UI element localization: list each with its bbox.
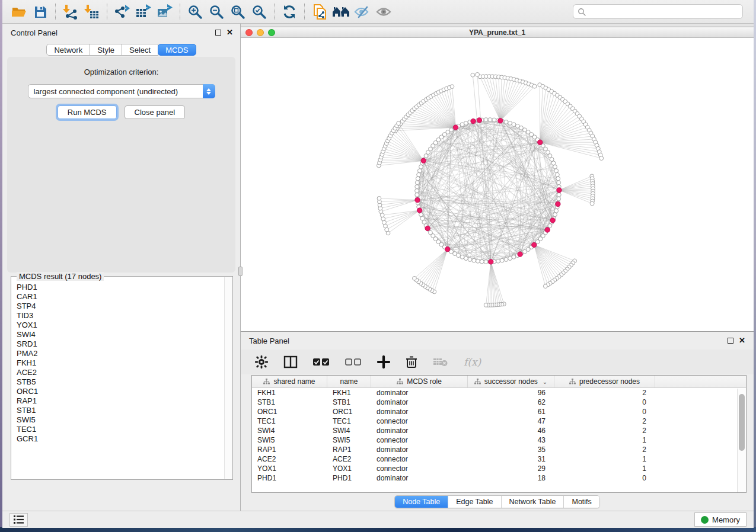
mcds-hub-node[interactable] [453,125,458,130]
mcds-result-item[interactable]: PHD1 [17,283,223,292]
zoom-fit-icon[interactable] [227,2,248,21]
search-box[interactable] [573,4,743,19]
ring-node[interactable] [419,213,423,217]
ring-node[interactable] [460,255,464,259]
ring-node[interactable] [504,120,508,124]
leaf-node[interactable] [471,73,475,77]
network-canvas[interactable] [241,38,754,331]
mcds-result-item[interactable]: STB5 [17,377,223,387]
sort-indicator-icon[interactable]: ⌄ [543,379,547,385]
ring-node[interactable] [464,257,468,261]
close-panel-icon[interactable]: ✕ [227,30,233,36]
table-row[interactable]: ORC1ORC1dominator610 [252,407,746,416]
mcds-hub-node[interactable] [477,118,481,123]
float-panel-icon[interactable] [215,30,221,36]
tab-motifs[interactable]: Motifs [563,496,599,508]
tab-edge-table[interactable]: Edge Table [448,496,500,508]
ring-node[interactable] [492,118,496,122]
import-network-icon[interactable] [60,2,81,21]
mcds-result-item[interactable]: STP4 [17,302,223,311]
close-table-panel-icon[interactable]: ✕ [739,338,745,344]
table-row[interactable]: TEC1TEC1connector472 [252,416,746,426]
ring-node[interactable] [553,165,557,169]
panel-splitter-handle[interactable] [238,267,243,276]
add-column-icon[interactable] [377,355,390,368]
ring-node[interactable] [417,172,421,177]
leaf-node[interactable] [599,156,604,161]
ring-node[interactable] [415,181,419,185]
tab-mcds[interactable]: MCDS [158,44,196,56]
mcds-hub-node[interactable] [556,201,560,206]
mcds-result-item[interactable]: TID3 [17,311,223,321]
mcds-result-list[interactable]: PHD1CAR1STP4TID3YOX1SWI4SRD1PMA2FKH1ACE2… [17,283,223,444]
column-header-successor-nodes[interactable]: successor nodes⌄ [468,376,554,387]
table-row[interactable]: SWI4SWI4dominator462 [252,426,746,435]
optimization-criterion-select[interactable]: largest connected component (undirected) [28,84,215,98]
mcds-hub-node[interactable] [417,208,422,213]
float-table-panel-icon[interactable] [728,338,733,344]
column-header-predecessor-nodes[interactable]: predecessor nodes [554,376,655,387]
select-all-rows-icon[interactable] [313,358,330,366]
ring-node[interactable] [488,118,492,122]
mcds-result-item[interactable]: CAR1 [17,292,223,302]
ring-node[interactable] [557,197,561,201]
mcds-result-item[interactable]: FKH1 [17,358,223,368]
mcds-result-item[interactable]: YOX1 [17,321,223,330]
tab-style[interactable]: Style [90,44,122,56]
ring-node[interactable] [500,258,504,262]
mcds-result-item[interactable]: ACE2 [17,368,223,377]
mcds-hub-node[interactable] [445,246,449,251]
ring-node[interactable] [464,121,468,125]
ring-node[interactable] [422,220,426,225]
mcds-hub-node[interactable] [415,197,420,202]
mcds-hub-node[interactable] [550,218,555,223]
ring-node[interactable] [555,172,559,177]
zoom-in-icon[interactable] [184,2,206,21]
mcds-hub-node[interactable] [545,227,550,232]
export-image-icon[interactable] [154,2,176,21]
first-neighbors-icon[interactable] [330,2,352,21]
ring-node[interactable] [480,259,484,264]
save-session-icon[interactable] [30,2,51,21]
table-row[interactable]: PHD1PHD1dominator180 [252,473,746,483]
import-table-icon[interactable] [81,2,103,21]
settings-gear-icon[interactable] [255,355,268,368]
mcds-hub-node[interactable] [425,226,430,230]
mcds-hub-node[interactable] [471,118,476,123]
mcds-result-item[interactable]: SRD1 [17,339,223,349]
network-graph[interactable] [241,38,753,331]
table-row[interactable]: RAP1RAP1dominator352 [252,445,746,454]
leaf-node[interactable] [484,303,488,307]
zoom-selected-icon[interactable] [248,2,270,21]
ring-node[interactable] [556,177,560,181]
run-mcds-button[interactable]: Run MCDS [58,105,117,119]
table-row[interactable]: SWI5SWI5connector431 [252,435,746,445]
leaf-node[interactable] [543,284,547,289]
delete-column-icon[interactable] [406,355,417,368]
ring-node[interactable] [484,260,488,264]
leaf-node[interactable] [450,85,454,89]
mcds-result-item[interactable]: TEC1 [17,425,223,434]
tab-network[interactable]: Network [46,44,90,56]
mcds-hub-node[interactable] [489,259,493,264]
close-panel-button[interactable]: Close panel [125,105,186,119]
ring-node[interactable] [553,213,557,217]
mcds-result-scrollbar[interactable] [224,277,232,479]
table-row[interactable]: STB1STB1dominator620 [252,398,746,407]
ring-node[interactable] [551,161,556,165]
deselect-all-rows-icon[interactable] [345,358,362,366]
table-row[interactable]: FKH1FKH1dominator962 [252,388,746,398]
ring-node[interactable] [472,258,476,262]
ring-node[interactable] [416,177,420,181]
column-header-shared-name[interactable]: shared name [252,376,327,387]
network-window-titlebar[interactable]: YPA_prune.txt_1 [241,27,754,38]
ring-node[interactable] [508,257,512,261]
mcds-hub-node[interactable] [421,158,426,163]
ring-node[interactable] [508,121,512,125]
mcds-hub-node[interactable] [518,252,522,257]
mcds-result-item[interactable]: PMA2 [17,349,223,358]
show-all-icon[interactable] [373,2,394,21]
column-header-name[interactable]: name [327,376,371,387]
mcds-hub-node[interactable] [532,242,537,247]
mcds-hub-node[interactable] [538,140,543,145]
